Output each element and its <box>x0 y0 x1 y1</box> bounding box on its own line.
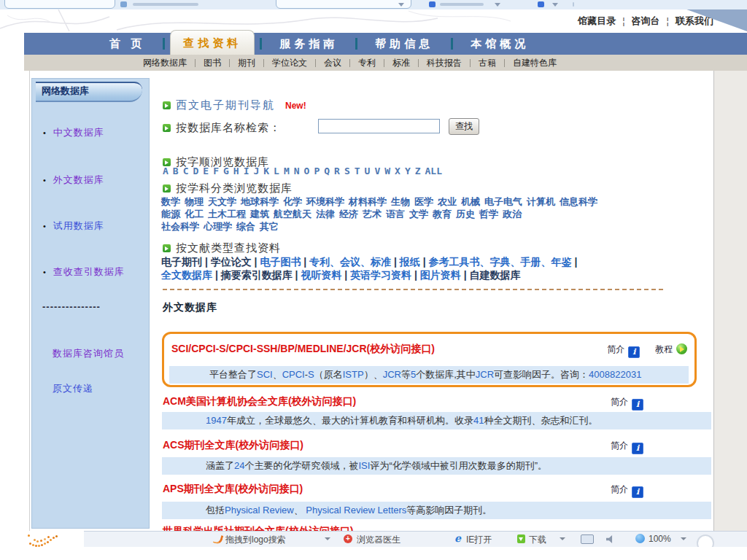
subject-link[interactable]: 经济 <box>339 209 358 219</box>
alphabet-letter-link[interactable]: B <box>173 166 179 176</box>
find-button[interactable]: 查找 <box>449 118 479 135</box>
statusbar-ie-open[interactable]: IE打开 <box>466 534 492 546</box>
statusbar-browser-doctor[interactable]: 浏览器医生 <box>357 534 400 546</box>
intro-link[interactable]: 简介 <box>611 397 628 407</box>
db-title-acm[interactable]: ACM美国计算机协会全文库(校外访问接口) <box>163 395 356 408</box>
sidebar-item-chinese-db[interactable]: •中文数据库 <box>43 126 104 139</box>
alphabet-letter-link[interactable]: A <box>163 166 169 176</box>
subject-link[interactable]: 哲学 <box>479 209 498 219</box>
alphabet-letter-link[interactable]: F <box>213 166 219 176</box>
db-title-aps[interactable]: APS期刊全文库(校外访问接口) <box>163 483 303 496</box>
tab-about-library[interactable]: 本馆概况 <box>458 33 541 55</box>
subnav-item[interactable]: 图书 <box>196 59 230 67</box>
tab-find-resources[interactable]: 查找资料 <box>170 30 255 55</box>
chevron-down-icon[interactable] <box>681 537 686 540</box>
alphabet-letter-link[interactable]: J <box>253 166 259 176</box>
db-title-acs[interactable]: ACS期刊全文库(校外访问接口) <box>163 439 303 452</box>
subnav-item[interactable]: 自建特色库 <box>505 59 565 67</box>
subject-link[interactable]: 环境科学 <box>306 196 344 207</box>
speaker-icon[interactable] <box>606 535 616 543</box>
alphabet-letter-link[interactable]: R <box>334 166 340 176</box>
subnav-item[interactable]: 标准 <box>384 59 419 67</box>
subject-link[interactable]: 能源 <box>161 209 180 219</box>
subject-link[interactable]: 心理学 <box>204 221 232 232</box>
db-search-input[interactable] <box>318 119 440 133</box>
header-link-catalog[interactable]: 馆藏目录 <box>578 15 616 26</box>
subject-link[interactable]: 其它 <box>260 221 279 232</box>
doctype-link[interactable]: 报纸 <box>400 256 429 268</box>
subject-link[interactable]: 材料科学 <box>349 196 387 207</box>
doctype-link[interactable]: 摘要索引数据库 <box>221 269 301 281</box>
subject-link[interactable]: 数学 <box>161 196 180 207</box>
subject-link[interactable]: 综合 <box>236 221 255 232</box>
db-title-clipped[interactable]: 世界科学出版社期刊全文库(校外访问接口) <box>163 525 353 531</box>
subnav-item[interactable]: 会议 <box>316 59 350 67</box>
subject-link[interactable]: 艺术 <box>363 209 382 219</box>
doctype-link[interactable]: 视听资料 <box>301 269 350 281</box>
subject-link[interactable]: 医学 <box>414 196 433 207</box>
alphabet-letter-link[interactable]: K <box>263 166 269 176</box>
sidebar-item-citation-db[interactable]: •查收查引数据库 <box>43 265 125 279</box>
subject-link[interactable]: 建筑 <box>250 209 269 219</box>
subject-link[interactable]: 文学 <box>409 209 428 219</box>
sogou-logo-circle[interactable] <box>697 534 714 547</box>
header-link-askdesk[interactable]: 咨询台 <box>632 15 660 26</box>
doctype-link[interactable]: 自建数据库 <box>470 269 521 281</box>
intro-link[interactable]: 简介 <box>611 484 628 494</box>
alphabet-letter-link[interactable]: ALL <box>425 166 442 176</box>
statusbar-download[interactable]: 下载 <box>529 534 546 546</box>
alphabet-letter-link[interactable]: Q <box>324 166 330 176</box>
doctype-link[interactable]: 图片资料 <box>420 269 470 281</box>
subject-link[interactable]: 电子电气 <box>484 196 522 207</box>
subject-link[interactable]: 天文学 <box>208 196 236 207</box>
chevron-down-icon[interactable] <box>552 3 558 7</box>
subject-link[interactable]: 历史 <box>456 209 475 219</box>
alphabet-letter-link[interactable]: O <box>304 166 310 176</box>
intro-link[interactable]: 简介 <box>607 344 624 354</box>
sidebar-item-label[interactable]: 查收查引数据库 <box>53 266 125 277</box>
info-icon[interactable]: i <box>628 346 640 358</box>
subnav-item[interactable]: 专利 <box>350 59 384 67</box>
subject-link[interactable]: 地球科学 <box>241 196 279 207</box>
chevron-down-icon[interactable] <box>560 537 565 540</box>
search-box-fragment[interactable] <box>276 0 411 9</box>
sidebar-link-document-delivery[interactable]: 原文传递 <box>53 382 93 395</box>
subject-link[interactable]: 计算机 <box>527 196 555 207</box>
chevron-down-icon[interactable] <box>325 537 330 540</box>
alphabet-letter-link[interactable]: N <box>294 166 300 176</box>
subject-link[interactable]: 语言 <box>386 209 405 219</box>
subject-link[interactable]: 化工 <box>185 209 204 219</box>
subnav-item[interactable]: 古籍 <box>471 59 505 67</box>
alphabet-letter-link[interactable]: U <box>365 166 371 176</box>
subnav-item[interactable]: 学位论文 <box>264 59 316 67</box>
alphabet-letter-link[interactable]: X <box>395 166 400 176</box>
zoom-icon[interactable] <box>635 534 645 543</box>
favorites-icon[interactable] <box>429 1 436 7</box>
tutorial-play-icon[interactable] <box>676 343 687 354</box>
subject-link[interactable]: 社会科学 <box>161 221 199 232</box>
western-ejournal-nav-link[interactable]: 西文电子期刊导航 <box>176 98 275 111</box>
address-bar-fragment[interactable] <box>4 0 115 9</box>
chevron-down-icon[interactable] <box>398 3 404 7</box>
subnav-item[interactable]: 科技报告 <box>419 59 471 67</box>
alphabet-letter-link[interactable]: P <box>314 166 320 176</box>
alphabet-letter-link[interactable]: C <box>183 166 189 176</box>
doctype-link[interactable]: 学位论文 <box>211 256 260 268</box>
subject-link[interactable]: 机械 <box>461 196 480 207</box>
info-icon[interactable]: i <box>632 443 643 454</box>
doctype-link[interactable]: 参考工具书、字典、手册、年鉴 <box>429 256 578 268</box>
doctype-link[interactable]: 电子图书 <box>260 256 309 268</box>
alphabet-letter-link[interactable]: T <box>355 166 360 176</box>
doctype-link[interactable]: 全文数据库 <box>161 269 221 281</box>
info-icon[interactable]: i <box>632 486 643 498</box>
chevron-down-icon[interactable] <box>495 3 500 7</box>
alphabet-letter-link[interactable]: E <box>203 166 209 176</box>
extension-icon[interactable] <box>538 1 544 7</box>
alphabet-letter-link[interactable]: G <box>223 166 229 176</box>
subject-link[interactable]: 信息科学 <box>560 196 597 207</box>
doctype-link[interactable]: 英语学习资料 <box>350 269 420 281</box>
subject-link[interactable]: 航空航天 <box>274 209 311 219</box>
sidebar-item-label[interactable]: 中文数据库 <box>53 127 104 138</box>
tutorial-link[interactable]: 教程 <box>655 344 673 354</box>
alphabet-letter-link[interactable]: D <box>193 166 198 176</box>
